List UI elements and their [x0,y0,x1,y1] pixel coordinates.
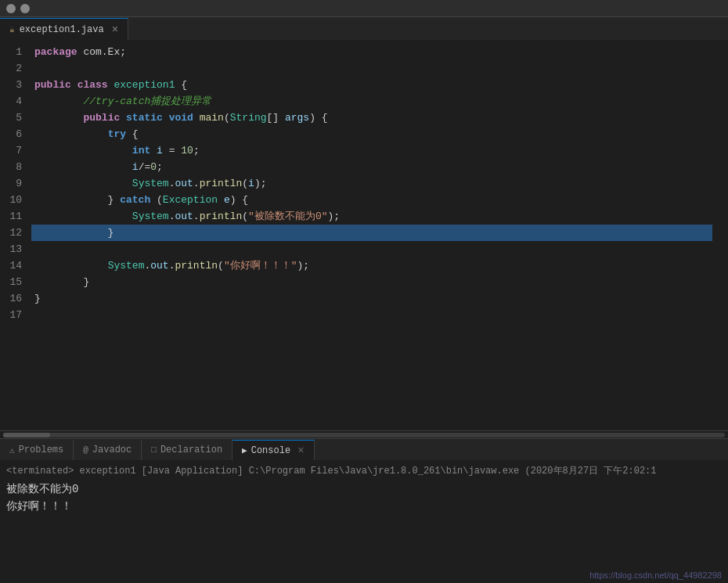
panel-tabs: ⚠Problems@Javadoc□Declaration▶Console× [0,439,728,461]
field-token: out [175,178,193,189]
code-line: ​ [31,241,712,257]
editor-scrollbar[interactable] [0,430,728,438]
method-token: println [200,211,243,222]
field-token: out [150,260,168,272]
code-line: int i = 10; [31,142,712,159]
line-number: 2 [6,60,22,77]
plain-token: } [34,293,41,304]
plain-token: = [163,145,181,157]
javadoc-tab-icon: @ [83,445,88,455]
bottom-panel: ⚠Problems@Javadoc□Declaration▶Console× <… [0,438,728,583]
plain-token: com.Ex; [77,46,126,58]
code-line: i/=0; [31,159,712,175]
code-line: //try-catch捕捉处理异常 [31,93,712,110]
panel-tab-javadoc[interactable]: @Javadoc [74,440,142,460]
classname-token: Exception [163,194,218,206]
plain-token: ( [150,194,163,206]
line-number: 6 [6,126,22,142]
code-line: try { [31,126,712,142]
param-token: args [285,112,309,124]
plain-token: ( [242,178,248,189]
plain-token: ( [224,112,230,124]
plain-token [34,128,108,140]
kw-token: catch [120,194,150,206]
plain-token: ) { [309,112,327,124]
plain-token: ( [218,260,224,272]
declaration-tab-icon: □ [151,445,157,455]
code-line: public class exception1 { [31,77,712,93]
line-number: 9 [6,175,22,192]
tab-close-button[interactable]: × [112,23,118,36]
line-number: 10 [6,192,22,208]
method-token: println [200,178,243,189]
plain-token: . [193,211,200,222]
code-line: public static void main(String[] args) { [31,110,712,126]
str-token: "被除数不能为0" [248,211,327,222]
plain-token [34,178,132,189]
problems-tab-label: Problems [19,444,64,455]
minimize-button[interactable] [6,4,16,13]
problems-tab-icon: ⚠ [9,445,15,455]
kw2-token: class [77,79,108,91]
panel-tab-console[interactable]: ▶Console× [232,440,314,460]
code-line: } [31,225,712,241]
code-container[interactable]: 1234567891011121314151617 package com.Ex… [0,41,728,430]
line-number: 11 [6,208,22,225]
field-token: i [248,178,254,189]
plain-token: ; [157,161,163,173]
output-line: 你好啊！！！ [6,498,722,515]
kw2-token: package [34,46,77,58]
classname-token: String [230,112,267,124]
plain-token: . [193,178,200,189]
line-number: 7 [6,142,22,159]
code-line: } [31,290,712,307]
classname-token: exception1 [114,79,175,91]
plain-token: ); [328,211,341,222]
num-token: 0 [150,161,157,173]
line-number: 13 [6,241,22,257]
code-line: } catch (Exception e) { [31,192,712,208]
plain-token: ); [297,260,310,272]
kw-token: void [169,112,193,124]
plain-token [34,95,83,107]
code-content[interactable]: package com.Ex;​public class exception1 … [31,44,728,427]
code-line: } [31,274,712,290]
javadoc-tab-label: Javadoc [92,444,132,455]
line-number: 12 [6,225,22,241]
line-number: 3 [6,77,22,93]
console-tab-close[interactable]: × [297,444,304,457]
plain-token [193,112,200,124]
code-line: ​ [31,60,712,77]
panel-tab-declaration[interactable]: □Declaration [142,440,232,460]
field-token: e [224,194,230,206]
plain-token: { [175,79,187,91]
plain-token: } [34,227,114,239]
panel-content: <terminated> exception1 [Java Applicatio… [0,461,728,583]
kw-token: int [132,145,150,157]
plain-token: } [34,276,89,288]
output-line: 被除数不能为0 [6,480,722,498]
field-token: i [157,145,163,157]
plain-token: { [126,128,139,140]
plain-token [34,145,132,157]
line-number: 1 [6,44,22,60]
code-line: System.out.println("被除数不能为0"); [31,208,712,225]
tab-bar: ☕ exception1.java × [0,17,728,41]
editor-tab[interactable]: ☕ exception1.java × [0,18,128,40]
code-line: ​ [31,307,712,323]
method-token: println [175,260,218,272]
scrollbar-track [3,433,725,437]
line-number: 5 [6,110,22,126]
maximize-button[interactable] [20,4,30,13]
scrollbar-thumb[interactable] [3,433,50,437]
kw2-token: public [34,79,71,91]
title-bar-controls [6,4,30,13]
tab-file-icon: ☕ [9,24,15,34]
kw-token: static [126,112,163,124]
line-number: 4 [6,93,22,110]
kw-token: try [108,128,126,140]
line-number: 14 [6,257,22,274]
panel-tab-problems[interactable]: ⚠Problems [0,440,74,460]
plain-token: /= [139,161,151,173]
plain-token [71,79,77,91]
